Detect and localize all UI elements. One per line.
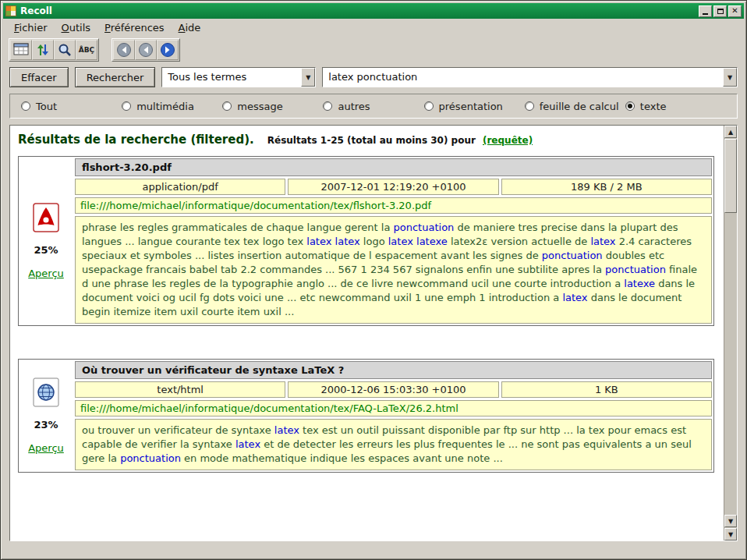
- filter-presentation[interactable]: présentation: [424, 101, 525, 112]
- radio-icon: [122, 101, 131, 111]
- status-bar: [3, 541, 744, 557]
- result-meta-row: text/html 2000-12-06 15:03:30 +0100 1 KB: [75, 381, 712, 398]
- radio-icon: [525, 101, 534, 111]
- mime-type-cell: application/pdf: [75, 179, 285, 195]
- radio-icon: [323, 101, 332, 111]
- scrollbar-thumb[interactable]: [724, 139, 737, 213]
- chevron-down-icon[interactable]: ▼: [301, 68, 315, 87]
- menu-outils[interactable]: Outils: [55, 19, 98, 36]
- html-globe-icon: [33, 377, 59, 407]
- result-url-row: file:///home/michael/informatique/docume…: [75, 400, 712, 416]
- menu-bar: Fichier Outils Préférences Aide: [3, 19, 744, 37]
- minimize-button[interactable]: [699, 5, 712, 17]
- radio-icon: [222, 101, 232, 111]
- clear-button[interactable]: Effacer: [9, 67, 69, 87]
- search-tool-button[interactable]: [54, 40, 76, 60]
- sort-button[interactable]: [32, 40, 54, 60]
- category-filter-bar: Tout multimédia message autres présentat…: [9, 94, 738, 119]
- preview-link[interactable]: Aperçu: [28, 268, 64, 279]
- maximize-button[interactable]: [713, 5, 727, 17]
- result-url-link[interactable]: file:///home/michael/informatique/docume…: [80, 200, 431, 211]
- toolbar-group-search: ÂBÇ: [9, 38, 99, 62]
- clear-search-grid-icon: [13, 43, 29, 57]
- menu-aide[interactable]: Aide: [172, 19, 208, 36]
- scroll-down-icon[interactable]: ▼: [724, 528, 737, 541]
- menu-fichier[interactable]: Fichier: [7, 19, 55, 36]
- result-item: 25% Aperçu flshort-3.20.pdf application/…: [18, 156, 714, 326]
- size-cell: 189 KB / 2 MB: [501, 179, 712, 195]
- results-header: Résultats de la recherche (filtered). Ré…: [16, 130, 719, 150]
- relevance-percent: 25%: [34, 244, 58, 256]
- results-title: Résultats de la recherche (filtered).: [18, 133, 254, 147]
- result-details: Où trouver un vérificateur de syntaxe La…: [75, 361, 712, 470]
- filter-message[interactable]: message: [222, 101, 323, 112]
- first-page-circle-arrow-icon: [116, 42, 132, 58]
- filter-tout[interactable]: Tout: [21, 101, 122, 112]
- query-input[interactable]: latex ponctuation ▼: [322, 67, 738, 87]
- title-bar[interactable]: Recoll ✕: [3, 3, 744, 19]
- results-list: Résultats de la recherche (filtered). Ré…: [10, 126, 724, 541]
- maximize-icon: [717, 9, 724, 14]
- toolbar-group-navigation: [112, 38, 180, 62]
- query-value: latex ponctuation: [323, 68, 723, 87]
- magnifier-icon: [58, 43, 72, 57]
- filter-texte[interactable]: texte: [625, 101, 726, 112]
- search-mode-value: Tous les termes: [162, 68, 301, 87]
- result-meta-row: application/pdf 2007-12-01 12:19:20 +010…: [75, 179, 712, 195]
- radio-icon: [424, 101, 434, 111]
- search-row: Effacer Rechercher Tous les termes ▼ lat…: [3, 62, 744, 92]
- result-icon-column: 23% Aperçu: [20, 361, 72, 470]
- result-url-link[interactable]: file:///home/michael/informatique/docume…: [80, 402, 458, 414]
- chevron-down-icon[interactable]: ▼: [723, 68, 737, 87]
- result-url-row: file:///home/michael/informatique/docume…: [75, 197, 712, 214]
- pdf-document-icon: [33, 203, 59, 232]
- term-explorer-button[interactable]: ÂBÇ: [76, 40, 97, 60]
- result-snippet: ou trouver un verificateur de syntaxe la…: [75, 419, 712, 470]
- prev-page-button[interactable]: [135, 40, 157, 60]
- result-item: 23% Aperçu Où trouver un vérificateur de…: [18, 359, 714, 473]
- close-icon: ✕: [731, 7, 738, 15]
- scroll-up-icon[interactable]: ▲: [724, 126, 737, 138]
- query-details-link[interactable]: (requête): [483, 135, 533, 146]
- abc-term-explorer-icon: ÂBÇ: [79, 46, 94, 54]
- next-page-circle-arrow-icon: [160, 42, 175, 58]
- result-icon-column: 25% Aperçu: [20, 158, 72, 324]
- filter-multimedia[interactable]: multimédia: [122, 101, 222, 112]
- mime-type-cell: text/html: [75, 381, 285, 398]
- radio-icon: [625, 101, 635, 111]
- minimize-icon: [703, 13, 708, 15]
- prev-page-circle-arrow-icon: [138, 42, 154, 58]
- size-cell: 1 KB: [501, 381, 712, 398]
- search-mode-select[interactable]: Tous les termes ▼: [161, 67, 316, 87]
- date-cell: 2007-12-01 12:19:20 +0100: [288, 179, 498, 195]
- scroll-down-icon[interactable]: ▼: [724, 515, 737, 527]
- results-area: Résultats de la recherche (filtered). Ré…: [9, 125, 738, 541]
- toolbar: ÂBÇ: [3, 37, 744, 62]
- result-snippet: phrase les regles grammaticales de chaqu…: [75, 216, 712, 324]
- filter-autres[interactable]: autres: [323, 101, 423, 112]
- next-page-button[interactable]: [157, 40, 179, 60]
- vertical-scrollbar[interactable]: ▲ ▼ ▼: [724, 126, 737, 541]
- preview-link[interactable]: Aperçu: [28, 442, 64, 454]
- menu-preferences[interactable]: Préférences: [97, 19, 171, 36]
- close-button[interactable]: ✕: [728, 5, 742, 17]
- result-details: flshort-3.20.pdf application/pdf 2007-12…: [75, 158, 712, 324]
- relevance-percent: 23%: [34, 419, 58, 431]
- result-title: Où trouver un vérificateur de syntaxe La…: [75, 361, 712, 379]
- filter-feuille-de-calcul[interactable]: feuille de calcul: [525, 101, 625, 112]
- sort-arrows-icon: [37, 43, 49, 57]
- date-cell: 2000-12-06 15:03:30 +0100: [288, 381, 498, 398]
- search-button[interactable]: Rechercher: [75, 67, 156, 87]
- window-title: Recoll: [20, 3, 695, 19]
- first-page-button[interactable]: [113, 40, 135, 60]
- radio-icon: [21, 101, 30, 111]
- window-controls: ✕: [699, 5, 742, 17]
- result-title: flshort-3.20.pdf: [75, 158, 712, 176]
- recoll-window: Recoll ✕ Fichier Outils Préférences Aide…: [0, 0, 747, 560]
- results-summary: Résultats 1-25 (total au moins 30) pour: [267, 135, 476, 146]
- recoll-app-icon: [5, 5, 16, 16]
- clear-search-button[interactable]: [10, 40, 32, 60]
